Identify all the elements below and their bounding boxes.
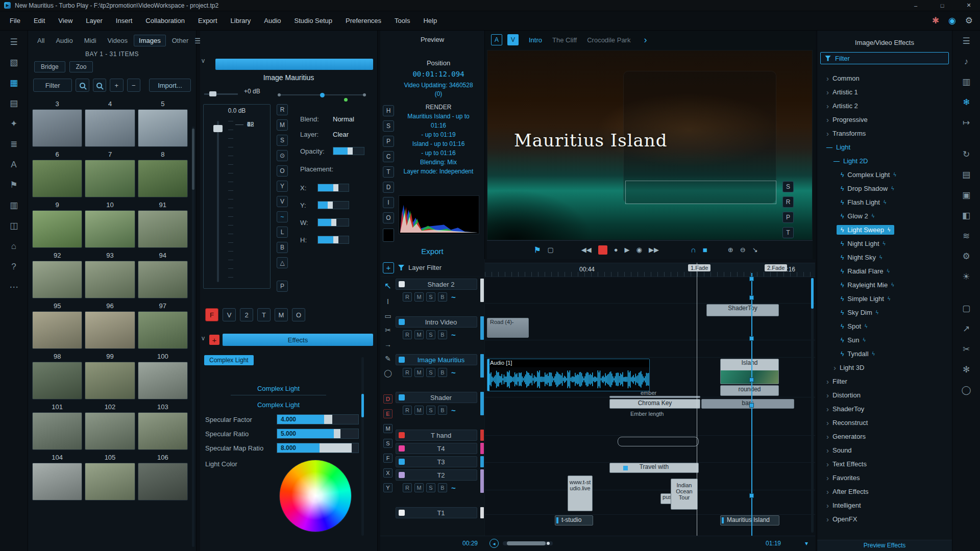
empty-clip-outline[interactable]	[618, 437, 699, 446]
media-bin-tab[interactable]: Videos	[103, 35, 133, 46]
chat-icon[interactable]: ◧	[962, 211, 970, 220]
timeline-track-header[interactable]: T2 R M S B ~	[396, 469, 477, 493]
menu-item[interactable]: Library	[224, 11, 258, 31]
effects-tree-item[interactable]: › — ϟ Glow 2 ϟ	[817, 209, 952, 223]
bin-scrollbar[interactable]	[192, 127, 194, 547]
track-mute-button[interactable]: M	[414, 368, 424, 377]
menu-item[interactable]: Collaboration	[139, 11, 191, 31]
layer-flag-button[interactable]: M	[275, 308, 288, 321]
remove-item-button[interactable]: −	[127, 79, 140, 92]
cut-tool-icon[interactable]: ✂	[385, 326, 391, 334]
rewind-icon[interactable]: ◀◀	[581, 246, 592, 254]
timeline-track-header[interactable]: Shader R M S B ~	[396, 392, 477, 415]
clip-chroma-key[interactable]: Chroma Key	[609, 399, 700, 409]
viewport-tool-button[interactable]: P	[782, 212, 794, 223]
timeline-track-header[interactable]: T1 R M S B ~	[396, 507, 477, 518]
fade-marker-2[interactable]: 2.Fade	[765, 264, 787, 271]
sparkle-icon[interactable]: ✻	[963, 365, 970, 374]
timeline-track-header[interactable]: T4 R M S B ~	[396, 443, 477, 454]
sequence-tab[interactable]: The Cliff	[547, 36, 582, 44]
clip-shadertoy[interactable]: ShaderToy	[706, 304, 779, 316]
track-color-chip[interactable]	[399, 445, 405, 452]
effects-tree-item[interactable]: › — ϟ OpenFX ϟ	[817, 512, 952, 526]
timeline-mode-button[interactable]: M	[383, 424, 393, 433]
timeline-track-header[interactable]: Image Mauritius R M S B ~	[396, 354, 477, 378]
media-thumbnail[interactable]: 5	[138, 100, 188, 147]
triangle-button[interactable]: △	[277, 257, 288, 268]
track-color-chip[interactable]	[399, 319, 405, 325]
media-thumbnail[interactable]: 7	[85, 151, 135, 197]
cut-icon[interactable]: ✂	[963, 345, 970, 354]
color-wheel[interactable]	[280, 460, 351, 532]
wave-button[interactable]: ~	[277, 211, 288, 222]
effects-star-icon[interactable]: ✦	[10, 119, 17, 129]
video-button[interactable]: V	[277, 196, 288, 207]
timeline-vertical-scrollbar[interactable]	[811, 278, 814, 533]
clip-road[interactable]: Road (4)-	[487, 318, 529, 338]
library-icon[interactable]: ≣	[10, 140, 17, 149]
effects-tree-item[interactable]: › — ϟ Artistic 1 ϟ	[817, 85, 952, 99]
track-color-chip[interactable]	[399, 459, 405, 465]
clip-ember-bar[interactable]	[609, 396, 700, 398]
track-color-chip[interactable]	[399, 472, 405, 478]
selection-bounds[interactable]	[625, 181, 776, 204]
zoom-out-icon[interactable]: ⊖	[740, 246, 746, 254]
effects-tree-item[interactable]: › — ϟ Reconstruct ϟ	[817, 416, 952, 430]
track-solo-button[interactable]: S	[426, 406, 435, 415]
effects-tree-item[interactable]: › — ϟ Night Light ϟ	[817, 237, 952, 251]
media-thumbnail[interactable]: 91	[138, 201, 188, 248]
settings-gear-icon[interactable]: ⚙	[965, 16, 973, 26]
effects-tree-item[interactable]: › — ϟ Simple Light ϟ	[817, 292, 952, 306]
media-bin-tab[interactable]: Audio	[51, 35, 78, 46]
more-icon[interactable]: ⋯	[10, 283, 18, 292]
track-bypass-button[interactable]: B	[438, 483, 447, 492]
layer-flag-button[interactable]: 2	[240, 308, 253, 321]
menu-item[interactable]: Layer	[79, 11, 109, 31]
track-mute-button[interactable]: M	[414, 483, 424, 492]
connect-icon[interactable]: ◉	[948, 16, 956, 26]
fade-marker-1[interactable]: 1.Fade	[688, 264, 710, 271]
track-color-chip[interactable]	[399, 432, 405, 438]
props-scrollbar[interactable]	[361, 357, 364, 536]
media-thumbnail[interactable]: 103	[138, 403, 188, 450]
media-thumbnail[interactable]: 102	[85, 403, 135, 450]
media-thumbnail[interactable]: 93	[85, 252, 135, 298]
search-button[interactable]	[76, 79, 89, 92]
meters-icon[interactable]: ▥	[962, 78, 970, 87]
tab-overflow-icon[interactable]: ›	[644, 35, 647, 45]
media-thumbnail[interactable]: 10	[85, 201, 135, 248]
track-color-chip[interactable]	[399, 510, 405, 516]
effects-tree-item[interactable]: › — ϟ Night Sky ϟ	[817, 251, 952, 264]
track-mute-button[interactable]: M	[414, 406, 424, 415]
timeline-mode-button[interactable]: S	[383, 439, 393, 448]
media-bin-tab[interactable]: Midi	[79, 35, 102, 46]
record-stop-button[interactable]	[598, 245, 607, 255]
preview-mode-button[interactable]: O	[383, 212, 394, 223]
record-button[interactable]: ●	[614, 246, 618, 254]
media-thumbnail[interactable]: 94	[138, 252, 188, 298]
parameter-slider[interactable]: 8.000	[277, 443, 359, 453]
transport-button[interactable]	[714, 250, 721, 251]
clip-indian-ocean[interactable]: Indian Ocean Tour	[671, 479, 698, 510]
loop-record-icon[interactable]: ◉	[636, 246, 642, 254]
p-button[interactable]: P	[277, 281, 288, 292]
preview-mode-button[interactable]: H	[383, 105, 394, 116]
clip-rounded[interactable]: rounded	[720, 385, 779, 396]
effects-tree-item[interactable]: › — ϟ Light Sweep ϟ	[817, 223, 952, 237]
track-automation-icon[interactable]: ~	[451, 331, 456, 339]
chevron-down-icon[interactable]: v	[202, 57, 205, 64]
parameter-slider[interactable]: 5.000	[277, 429, 359, 439]
media-thumbnail[interactable]: 8	[138, 151, 188, 197]
media-thumbnail[interactable]: 9	[32, 201, 82, 248]
solo-button[interactable]: S	[277, 135, 288, 146]
effects-tree-item[interactable]: › — ϟ Light 3D ϟ	[817, 361, 952, 374]
effects-tree-item[interactable]: › — ϟ Common ϟ	[817, 71, 952, 85]
pan-slider[interactable]	[278, 93, 366, 97]
circle-tool-icon[interactable]: ◯	[384, 369, 392, 377]
media-thumbnail[interactable]: 105	[85, 454, 135, 500]
share-icon[interactable]: ↗	[963, 324, 970, 334]
track-automation-icon[interactable]: ~	[451, 484, 456, 492]
sequence-tab[interactable]: Intro	[524, 36, 547, 44]
record-arm-button[interactable]: R	[277, 104, 288, 115]
track-record-button[interactable]: R	[403, 292, 412, 302]
